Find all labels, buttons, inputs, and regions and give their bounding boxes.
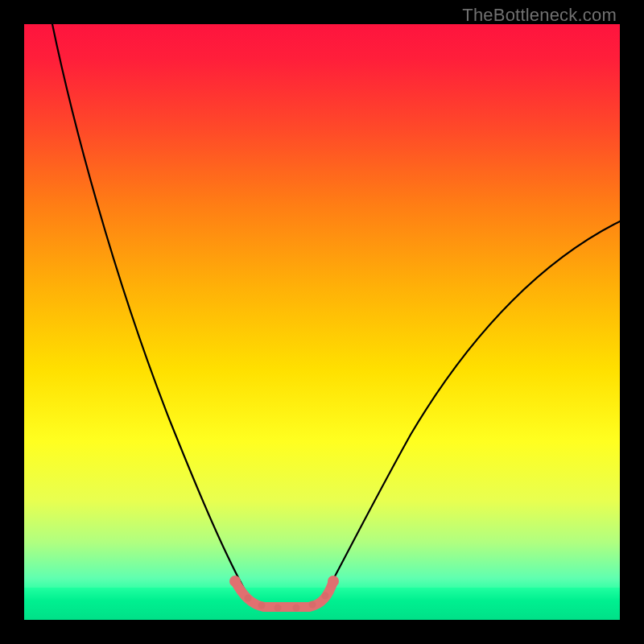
- left-curve-path: [52, 24, 248, 596]
- hump-bead: [293, 605, 300, 612]
- hump-bead: [309, 601, 316, 609]
- hump-bead: [275, 605, 282, 612]
- hump-dot-left: [229, 576, 241, 587]
- right-curve-path: [324, 221, 620, 597]
- chart-frame: TheBottleneck.com: [0, 0, 644, 644]
- hump-bead: [322, 592, 329, 600]
- attribution-label: TheBottleneck.com: [462, 5, 617, 26]
- curve-layer: [24, 24, 620, 620]
- hump-dot-right: [328, 576, 339, 587]
- hump-bead: [245, 595, 252, 602]
- hump-bead: [258, 602, 266, 609]
- floor-hump-path: [235, 581, 333, 607]
- plot-area: [24, 24, 620, 620]
